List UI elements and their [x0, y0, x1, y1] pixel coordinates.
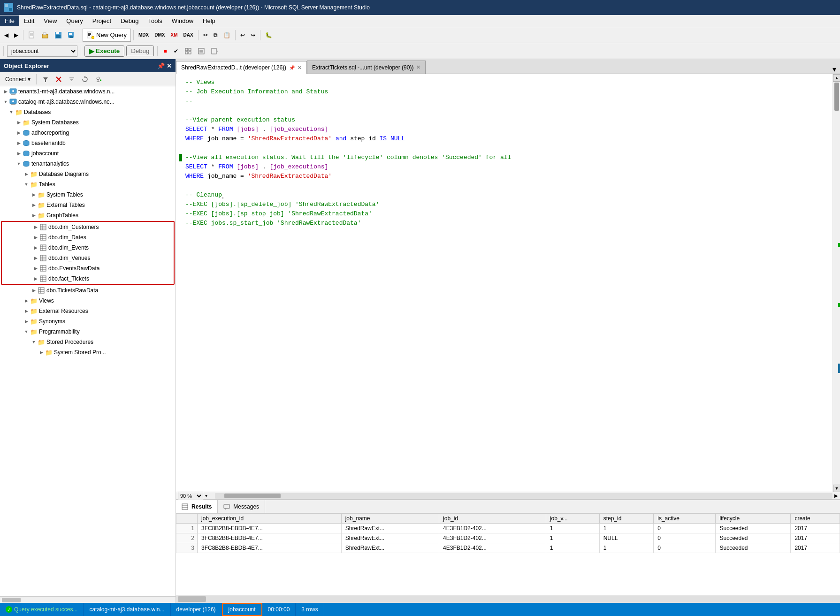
expand-adhoc[interactable]: ▶: [15, 129, 23, 137]
menu-help[interactable]: Help: [198, 15, 220, 26]
menu-file[interactable]: File: [0, 15, 19, 26]
paste-button[interactable]: 📋: [221, 29, 233, 42]
forward-button[interactable]: ▶: [12, 29, 21, 42]
grid-button[interactable]: [183, 45, 194, 58]
tree-node-databases[interactable]: ▼ 📁 Databases: [0, 107, 176, 117]
back-button[interactable]: ◀: [2, 29, 11, 42]
tree-node-programmability[interactable]: ▼ 📁 Programmability: [0, 327, 176, 337]
tree-node-dbdiagrams[interactable]: ▶ 📁 Database Diagrams: [0, 169, 176, 179]
menu-view[interactable]: View: [39, 15, 61, 26]
expand-jobaccount[interactable]: ▶: [15, 150, 23, 157]
connect-button[interactable]: Connect ▾: [3, 73, 33, 86]
tree-node-jobaccount[interactable]: ▶ jobaccount: [0, 148, 176, 159]
tree-node-externaltables[interactable]: ▶ 📁 External Tables: [0, 200, 176, 210]
execute-button[interactable]: ▶ Execute: [84, 46, 124, 57]
h-scroll-right[interactable]: ▶: [834, 493, 838, 498]
new-file-button[interactable]: [26, 29, 38, 42]
disconnect-button[interactable]: [53, 73, 64, 86]
dax-button[interactable]: DAX: [181, 29, 196, 42]
refresh-button[interactable]: [79, 73, 91, 86]
debug-button[interactable]: Debug: [126, 46, 154, 56]
scroll-up-arrow[interactable]: ▲: [833, 74, 840, 82]
save-all-button[interactable]: [65, 29, 77, 42]
tree-node-dim-events[interactable]: ▶ dbo.dim_Events: [2, 243, 174, 253]
tab-overflow-button[interactable]: ▾: [829, 65, 840, 74]
tree-node-tables[interactable]: ▼ 📁 Tables: [0, 179, 176, 190]
tree-node-tenants1[interactable]: ▶ tenants1-mt-aj3.database.windows.n...: [0, 86, 176, 97]
expand-programmability[interactable]: ▼: [23, 328, 30, 335]
scroll-down-arrow[interactable]: ▼: [833, 485, 840, 492]
tree-node-storedprocs[interactable]: ▼ 📁 Stored Procedures: [0, 337, 176, 347]
open-button[interactable]: [39, 29, 51, 42]
expand-tenantanalytics[interactable]: ▼: [15, 160, 23, 167]
tree-node-dim-dates[interactable]: ▶ dbo.dim_Dates: [2, 232, 174, 243]
debug2-button[interactable]: 🐛: [263, 29, 275, 42]
expand-ticketsrawdata[interactable]: ▶: [30, 287, 38, 294]
copy-button[interactable]: ⧉: [211, 29, 220, 42]
expand-views[interactable]: ▶: [23, 297, 30, 304]
oe-close-icon[interactable]: ✕: [167, 62, 172, 69]
checkmark-button[interactable]: ✔: [171, 45, 181, 58]
tree-node-tenantanalytics[interactable]: ▼ tenantanalytics: [0, 159, 176, 169]
database-selector[interactable]: jobaccount: [7, 46, 77, 57]
menu-project[interactable]: Project: [88, 15, 116, 26]
file-out-button[interactable]: [209, 45, 220, 58]
h-scroll-thumb[interactable]: [224, 494, 281, 498]
results-tab-messages[interactable]: Messages: [218, 500, 265, 513]
save-button[interactable]: [52, 29, 64, 42]
expand-dim-dates[interactable]: ▶: [32, 234, 39, 241]
results-hscroll[interactable]: [176, 595, 840, 603]
tab-shredraw-pin[interactable]: 📌: [289, 65, 295, 70]
filter2-button[interactable]: [66, 73, 77, 86]
tab-extracttickets[interactable]: ExtractTickets.sql -...unt (developer (9…: [307, 61, 426, 74]
tree-node-ticketsrawdata[interactable]: ▶ dbo.TicketsRawData: [0, 285, 176, 296]
tree-node-systemdb[interactable]: ▶ 📁 System Databases: [0, 117, 176, 128]
menu-window[interactable]: Window: [167, 15, 198, 26]
tab-extracttickets-close[interactable]: ✕: [416, 64, 420, 70]
results-tab-results[interactable]: Results: [176, 500, 218, 513]
expand-systemtables[interactable]: ▶: [30, 191, 38, 198]
expand-externaltables[interactable]: ▶: [30, 201, 38, 209]
results-scroll-thumb[interactable]: [178, 596, 206, 602]
expand-dim-customers[interactable]: ▶: [32, 223, 39, 231]
expand-eventsrawdata[interactable]: ▶: [32, 265, 39, 272]
expand-systemstoredprocs[interactable]: ▶: [38, 349, 45, 356]
expand-databases[interactable]: ▼: [8, 108, 15, 116]
expand-tenants1[interactable]: ▶: [2, 88, 9, 95]
tree-node-externalresources[interactable]: ▶ 📁 External Resources: [0, 306, 176, 316]
expand-synonyms[interactable]: ▶: [23, 318, 30, 325]
expand-basetenantdb[interactable]: ▶: [15, 139, 23, 147]
undo-button[interactable]: ↩: [238, 29, 247, 42]
new-conn-button[interactable]: [92, 73, 104, 86]
tab-shredraw[interactable]: ShredRawExtractedD...t (developer (126))…: [176, 61, 307, 74]
tree-node-views[interactable]: ▶ 📁 Views: [0, 296, 176, 306]
tree-node-systemtables[interactable]: ▶ 📁 System Tables: [0, 190, 176, 200]
stop-button[interactable]: ■: [161, 45, 169, 58]
tree-node-dim-venues[interactable]: ▶ dbo.dim_Venues: [2, 253, 174, 263]
menu-debug[interactable]: Debug: [116, 15, 143, 26]
oe-hscroll[interactable]: [0, 596, 176, 603]
expand-graphtables[interactable]: ▶: [30, 212, 38, 219]
h-scrollbar[interactable]: [215, 493, 832, 499]
tree-node-basetenantdb[interactable]: ▶ basetenantdb: [0, 138, 176, 148]
expand-fact-tickets[interactable]: ▶: [32, 275, 39, 282]
menu-tools[interactable]: Tools: [144, 15, 167, 26]
filter-button[interactable]: [40, 73, 51, 86]
expand-systemdb[interactable]: ▶: [15, 119, 23, 126]
menu-query[interactable]: Query: [61, 15, 87, 26]
expand-dbdiagrams[interactable]: ▶: [23, 170, 30, 178]
tree-node-eventsrawdata[interactable]: ▶ dbo.EventsRawData: [2, 263, 174, 274]
code-editor[interactable]: -- Views -- Job Execution Information an…: [176, 74, 832, 492]
tree-node-catalog[interactable]: ▼ catalog-mt-aj3.database.windows.ne...: [0, 97, 176, 107]
menu-edit[interactable]: Edit: [19, 15, 39, 26]
oe-pin-icon[interactable]: 📌: [157, 62, 165, 69]
expand-catalog[interactable]: ▼: [2, 98, 9, 106]
tree-node-dim-customers[interactable]: ▶ dbo.dim_Customers: [2, 222, 174, 232]
text-button[interactable]: [196, 45, 207, 58]
tree-node-synonyms[interactable]: ▶ 📁 Synonyms: [0, 316, 176, 327]
zoom-select[interactable]: 90 % 100 %: [178, 492, 203, 500]
tab-shredraw-close[interactable]: ✕: [298, 65, 302, 71]
redo-button[interactable]: ↪: [248, 29, 258, 42]
tree-node-graphtables[interactable]: ▶ 📁 GraphTables: [0, 210, 176, 221]
expand-externalresources[interactable]: ▶: [23, 307, 30, 315]
